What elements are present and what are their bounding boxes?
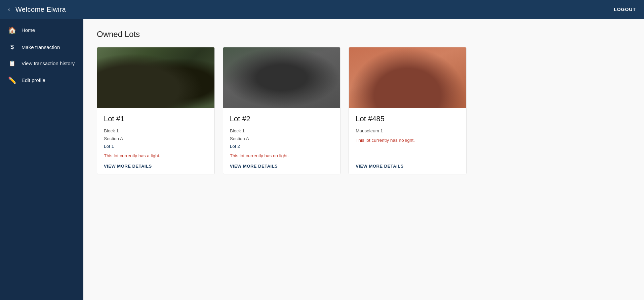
sidebar-item-make-transaction[interactable]: $ Make transaction xyxy=(0,39,83,55)
lot-1-section: Section A xyxy=(104,136,123,141)
page-title: Owned Lots xyxy=(97,30,631,39)
sidebar-label-edit-profile: Edit profile xyxy=(22,77,45,84)
back-button[interactable]: ‹ xyxy=(8,6,10,13)
sidebar-item-edit-profile[interactable]: ✏️ Edit profile xyxy=(0,72,83,89)
lot-1-block: Block 1 xyxy=(104,128,119,133)
content-area: Owned Lots Lot #1 Block 1 Section A Lot … xyxy=(83,19,644,300)
lot-2-body: Lot #2 Block 1 Section A Lot 2 This lot … xyxy=(223,108,340,174)
lot-2-light-status: This lot currently has no light. xyxy=(230,153,334,158)
lot-2-info: Block 1 Section A Lot 2 xyxy=(230,127,334,151)
lot-1-info: Block 1 Section A Lot 1 xyxy=(104,127,208,151)
lot-485-details-link[interactable]: VIEW MORE DETAILS xyxy=(356,164,459,169)
sidebar-label-home: Home xyxy=(22,27,35,34)
lot-1-lot: Lot 1 xyxy=(104,144,114,149)
lot-2-image xyxy=(223,47,340,108)
lot-1-image xyxy=(97,47,214,108)
lot-485-image xyxy=(349,47,466,108)
lot-1-title: Lot #1 xyxy=(104,115,208,123)
dollar-icon: $ xyxy=(8,44,16,51)
lot-1-details-link[interactable]: VIEW MORE DETAILS xyxy=(104,164,208,169)
lot-2-block: Block 1 xyxy=(230,128,245,133)
lot-card-1: Lot #1 Block 1 Section A Lot 1 This lot … xyxy=(97,47,215,174)
header: ‹ Welcome Elwira LOGOUT xyxy=(0,0,644,19)
lot-485-info: Mausoleum 1 xyxy=(356,127,459,135)
edit-icon: ✏️ xyxy=(8,76,16,84)
history-icon: 📋 xyxy=(8,60,16,67)
sidebar-item-view-transaction-history[interactable]: 📋 View transaction history xyxy=(0,55,83,72)
lot-485-body: Lot #485 Mausoleum 1 This lot currently … xyxy=(349,108,466,174)
home-icon: 🏠 xyxy=(8,26,16,34)
lot-485-block: Mausoleum 1 xyxy=(356,128,383,133)
main-layout: 🏠 Home $ Make transaction 📋 View transac… xyxy=(0,19,644,300)
lot-1-body: Lot #1 Block 1 Section A Lot 1 This lot … xyxy=(97,108,214,174)
lot-card-2: Lot #2 Block 1 Section A Lot 2 This lot … xyxy=(223,47,341,174)
logout-button[interactable]: LOGOUT xyxy=(614,7,636,12)
sidebar: 🏠 Home $ Make transaction 📋 View transac… xyxy=(0,19,83,300)
lot-485-title: Lot #485 xyxy=(356,115,459,123)
lots-grid: Lot #1 Block 1 Section A Lot 1 This lot … xyxy=(97,47,467,174)
lot-485-light-status: This lot currently has no light. xyxy=(356,138,459,143)
lot-1-light-status: This lot currently has a light. xyxy=(104,153,208,158)
lot-card-485: Lot #485 Mausoleum 1 This lot currently … xyxy=(349,47,467,174)
sidebar-item-home[interactable]: 🏠 Home xyxy=(0,22,83,39)
sidebar-label-make-transaction: Make transaction xyxy=(22,44,60,51)
lot-2-details-link[interactable]: VIEW MORE DETAILS xyxy=(230,164,334,169)
sidebar-label-view-transaction-history: View transaction history xyxy=(22,60,75,67)
lot-2-lot: Lot 2 xyxy=(230,144,240,149)
lot-2-section: Section A xyxy=(230,136,249,141)
lot-2-title: Lot #2 xyxy=(230,115,334,123)
header-title: Welcome Elwira xyxy=(15,6,66,13)
